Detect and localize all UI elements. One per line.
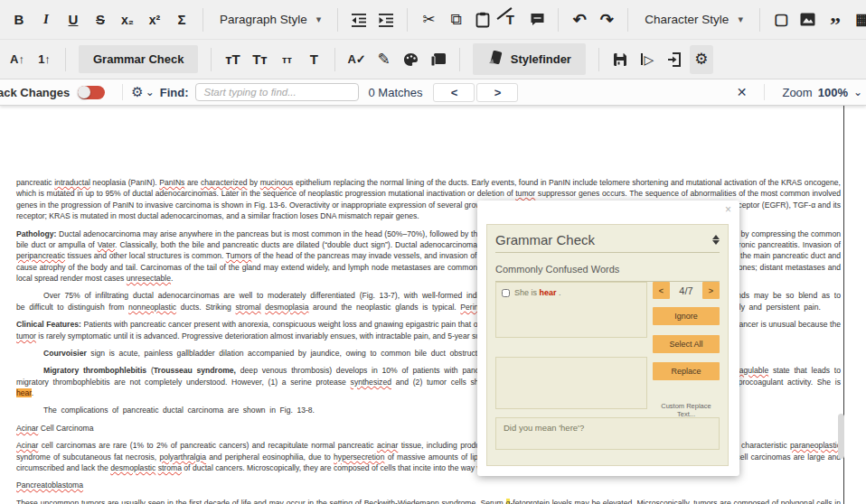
settings-gear-icon[interactable]: ⚙ xyxy=(690,45,713,74)
suggestion-box[interactable]: Did you mean 'here'? xyxy=(495,417,720,450)
text-run: neoplasia (PanIN). xyxy=(90,178,159,187)
toolbar-separator xyxy=(459,48,460,71)
text-run: sign is acute, painless gallbladder dila… xyxy=(87,349,504,358)
run-macro-icon[interactable]: ▷ xyxy=(635,45,659,74)
text-run: chronic pancreatitis. Invasion of xyxy=(728,240,841,249)
find-bar: ack Changes ⚙ ⌄ Find: 0 Matches < > ✕ Zo… xyxy=(0,79,866,106)
dialog-close-icon[interactable]: × xyxy=(725,203,731,216)
text-run: by xyxy=(247,178,259,187)
case-small-large-icon[interactable]: ᴛT xyxy=(221,45,244,74)
chevron-down-icon: ⌄ xyxy=(853,86,862,98)
misspelled-word: tumors xyxy=(81,499,105,504)
replacement-preview-box[interactable] xyxy=(495,357,647,409)
grammar-check-dialog: × Grammar Check Commonly Confused Words … xyxy=(477,201,739,476)
indent-increase-icon[interactable] xyxy=(374,5,398,34)
misspelled-word: desmoplasia xyxy=(265,303,308,312)
stylefinder-label: Stylefinder xyxy=(511,52,571,66)
case-large-small-icon[interactable]: Tᴛ xyxy=(248,45,271,74)
font-size-up-icon[interactable]: A↑ xyxy=(5,45,29,74)
misspelled-word: unresectable xyxy=(127,274,171,283)
find-options-gear-icon[interactable]: ⚙ xyxy=(131,84,143,100)
find-input[interactable] xyxy=(195,83,359,101)
misspelled-word: peripancreatic xyxy=(16,251,65,260)
text-run: These uncommon xyxy=(16,499,81,504)
underline-icon[interactable]: U xyxy=(61,5,85,34)
toolbar-separator xyxy=(202,8,203,32)
sigma-icon[interactable]: Σ xyxy=(170,5,193,34)
flagged-word: hear xyxy=(540,288,557,297)
dialog-subtitle-row: Commonly Confused Words xyxy=(495,260,720,282)
misspelled-word: synthesized xyxy=(351,378,391,387)
ignore-button[interactable]: Ignore xyxy=(653,307,720,325)
case-small-small-icon[interactable]: ᴛᴛ xyxy=(275,45,298,74)
text-run: . xyxy=(32,388,33,397)
palette-icon[interactable] xyxy=(400,45,423,74)
blockquote-icon[interactable]: ” xyxy=(824,5,847,34)
document-paragraph: These uncommon tumors are usually seen i… xyxy=(16,498,841,504)
text-run: syndrome. Serum xyxy=(439,499,506,504)
misspelled-word: stromal xyxy=(235,303,260,312)
misspelled-word: Vater xyxy=(98,240,115,249)
previous-issue-button[interactable]: < xyxy=(653,282,670,299)
scrollbar-thumb[interactable] xyxy=(838,414,844,459)
comment-icon[interactable] xyxy=(525,5,549,34)
track-changes-toggle[interactable] xyxy=(78,86,105,99)
find-previous-button[interactable]: < xyxy=(433,83,475,102)
italic-icon[interactable]: I xyxy=(34,5,58,34)
grammar-check-button[interactable]: Grammar Check xyxy=(79,45,198,73)
character-style-label: Character Style xyxy=(645,13,729,26)
indent-decrease-icon[interactable] xyxy=(347,5,371,34)
close-findbar-icon[interactable]: ✕ xyxy=(728,85,757,99)
text-run: are xyxy=(184,178,200,187)
bold-lead: Courvoisier xyxy=(43,349,87,358)
pencil-icon[interactable]: ✎ xyxy=(372,45,396,74)
stylefinder-button[interactable]: Stylefinder xyxy=(473,43,586,75)
character-style-dropdown[interactable]: Character Style ▾ xyxy=(635,13,752,26)
grammar-flagged-word: hear xyxy=(16,388,32,397)
select-all-button[interactable]: Select All xyxy=(653,335,720,353)
style-book-icon[interactable] xyxy=(427,45,450,74)
dialog-spinner-icon[interactable] xyxy=(712,235,720,245)
exit-icon[interactable] xyxy=(663,45,686,74)
dialog-title-row: Grammar Check xyxy=(495,232,720,253)
text-run: are usually seen in the first decade of … xyxy=(105,499,363,504)
zoom-control[interactable]: Zoom 100% ⌄ xyxy=(773,86,866,99)
zoom-label: Zoom xyxy=(782,86,812,99)
subscript-icon[interactable]: x₂ xyxy=(116,5,139,34)
strikethrough-icon[interactable]: S xyxy=(89,5,112,34)
misspelled-word: tumors xyxy=(693,499,717,504)
bold-icon[interactable]: B xyxy=(7,5,31,34)
spellcheck-icon[interactable]: A✓ xyxy=(344,45,368,74)
image-icon[interactable] xyxy=(796,5,820,34)
table-icon[interactable]: ▦ xyxy=(851,5,866,34)
redo-icon[interactable]: ↷ xyxy=(595,5,618,34)
paragraph-style-dropdown[interactable]: Paragraph Style ▾ xyxy=(211,13,330,26)
next-issue-button[interactable]: > xyxy=(702,282,720,299)
toolbar-separator xyxy=(598,48,599,71)
find-next-button[interactable]: > xyxy=(476,83,518,102)
document-heading: Pancreatoblastoma xyxy=(16,480,841,490)
bold-lead: Clinical Features: xyxy=(16,320,81,329)
misspelled-word: PanINs xyxy=(159,178,184,187)
toolbar-separator xyxy=(337,8,338,32)
text-run: around the neoplastic glands is typical. xyxy=(309,303,461,312)
track-changes-label: ack Changes xyxy=(0,86,70,99)
replace-button[interactable]: Replace xyxy=(653,362,720,380)
chevron-down-icon: ⌄ xyxy=(146,86,155,98)
superscript-icon[interactable]: x² xyxy=(143,5,166,34)
text-run: cell carcinomas are rare (1% to 2% of pa… xyxy=(38,441,377,450)
copy-icon[interactable]: ⧉ xyxy=(444,5,467,34)
save-icon[interactable] xyxy=(608,45,632,74)
line-spacing-up-icon[interactable]: 1↑ xyxy=(33,45,56,74)
misspelled-word: desmoplastic xyxy=(110,463,155,472)
issue-counter: 4/7 xyxy=(679,285,692,296)
cut-icon[interactable]: ✂ xyxy=(417,5,440,34)
sentence-checkbox[interactable] xyxy=(502,289,510,297)
paste-icon[interactable] xyxy=(471,5,494,34)
findbar-separator xyxy=(764,84,765,100)
frame-icon[interactable]: ▢ xyxy=(769,5,793,34)
misspelled-word: nonneoplastic xyxy=(128,303,176,312)
undo-icon[interactable]: ↶ xyxy=(568,5,591,34)
clear-formatting-icon[interactable]: T xyxy=(498,5,522,34)
case-single-icon[interactable]: T xyxy=(302,45,325,74)
